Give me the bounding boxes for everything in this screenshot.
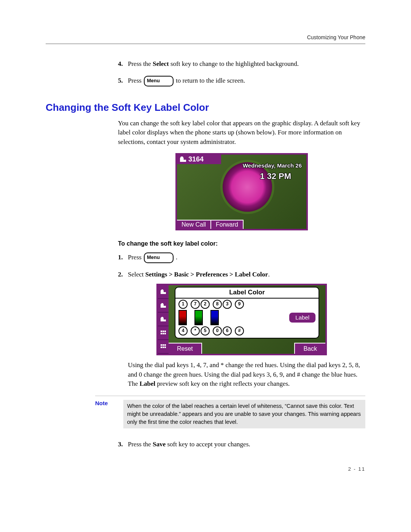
svg-rect-6	[161, 344, 162, 346]
svg-rect-7	[162, 344, 164, 346]
step-number: 5.	[118, 76, 128, 86]
svg-rect-0	[161, 331, 162, 332]
panel-title: Label Color	[175, 288, 319, 299]
running-header: Customizing Your Phone	[46, 34, 365, 40]
svg-rect-8	[164, 344, 166, 346]
page-number: 2 - 11	[46, 466, 365, 472]
idle-time: 1 32 PM	[260, 171, 291, 181]
line-icon	[158, 285, 169, 299]
green-slider	[194, 310, 203, 325]
procedure-subhead: To change the soft key label color:	[118, 240, 365, 247]
line-icon	[158, 313, 169, 326]
svg-rect-2	[164, 331, 166, 332]
note-text: When the color of the label reaches a ce…	[123, 400, 365, 428]
wallpaper-flower	[223, 162, 272, 212]
label-color-screenshot: Label Color 1 72 83 9	[156, 284, 327, 355]
softkey-forward: Forward	[211, 220, 244, 229]
key-row-bottom: 4 *5 06 #	[175, 325, 319, 335]
softkey-reset: Reset	[169, 343, 202, 354]
svg-rect-5	[164, 333, 166, 334]
header-rule	[46, 43, 365, 44]
step-b2: 2. Select Settings > Basic > Preferences…	[118, 270, 365, 389]
svg-rect-1	[162, 331, 164, 332]
key-row-top: 1 72 83 9	[175, 299, 319, 309]
line-tab: 3164	[177, 155, 221, 164]
grid-icon	[158, 326, 169, 340]
note-block: Note When the color of the label reaches…	[95, 396, 365, 428]
svg-rect-4	[162, 333, 164, 334]
menu-key-icon: Menu	[144, 252, 174, 263]
softkey-back: Back	[294, 343, 325, 354]
line-icon	[158, 299, 169, 313]
hue-instructions: Using the dial pad keys 1, 4, 7, and * c…	[128, 361, 365, 389]
section-heading: Changing the Soft Key Label Color	[46, 102, 365, 113]
step-number: 4.	[118, 59, 128, 69]
blue-slider	[210, 310, 219, 325]
idle-date: Wednesday, March 26	[243, 162, 302, 169]
menu-key-icon: Menu	[144, 76, 174, 86]
svg-rect-11	[164, 347, 166, 348]
intro-paragraph: You can change the soft key label color …	[118, 119, 365, 147]
svg-rect-10	[162, 347, 164, 348]
step-b1: 1. Press Menu .	[118, 252, 365, 263]
red-slider	[178, 310, 187, 325]
step-b3: 3. Press the Save soft key to accept you…	[118, 440, 365, 449]
svg-rect-9	[161, 347, 162, 348]
grid-icon	[158, 340, 169, 354]
phone-icon	[180, 157, 186, 162]
softkey-newcall: New Call	[177, 220, 211, 229]
slider-row: Label	[175, 309, 319, 325]
phone-idle-screenshot: 3164 Wednesday, March 26 1 32 PM New Cal…	[175, 153, 308, 230]
svg-rect-3	[161, 333, 162, 334]
note-label: Note	[95, 400, 113, 406]
step-5: 5. Press Menu to return to the idle scre…	[118, 76, 365, 86]
label-preview: Label	[289, 313, 315, 323]
step-4: 4. Press the Select soft key to change t…	[118, 59, 365, 69]
